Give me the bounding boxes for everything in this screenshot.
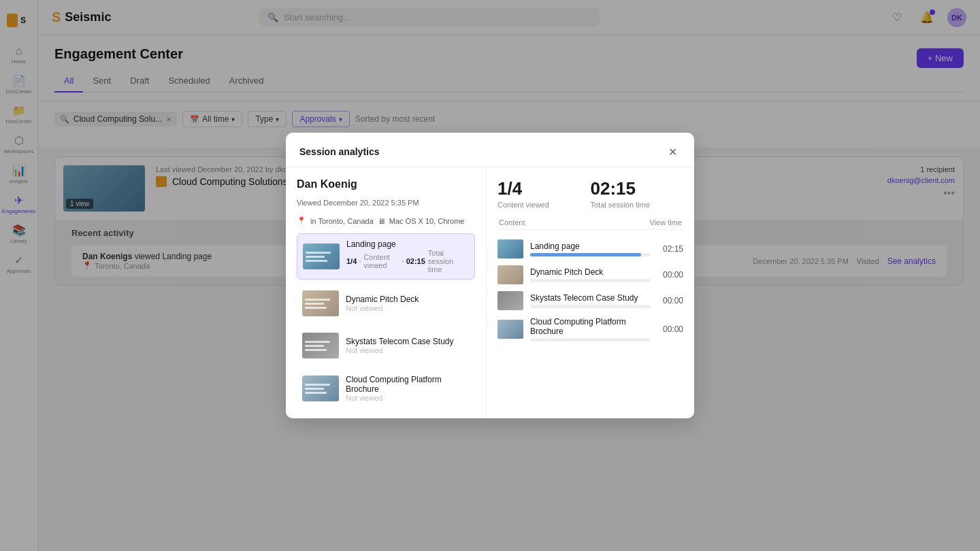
analytics-rows: Landing page 02:15 Dynamic Pitch Deck 00… [497,239,683,341]
stat-content-viewed-label: Content viewed [497,201,591,209]
session-location-device: 📍 in Toronto, Canada 🖥 Mac OS X 10, Chro… [297,216,475,225]
analytics-row-name: Skystats Telecom Case Study [530,293,651,303]
content-item-sub: Not viewed [346,304,470,312]
stats-row: 1/4 Content viewed 02:15 Total session t… [497,178,683,209]
analytics-row-info: Skystats Telecom Case Study [530,293,651,308]
content-not-viewed: Not viewed [346,394,382,402]
analytics-bar [530,253,641,256]
content-item-sub: Not viewed [346,346,470,354]
analytics-row-info: Cloud Computing Platform Brochure [530,317,651,341]
modal-left-panel: Dan Koenig Viewed December 20, 2022 5:35… [286,167,487,418]
content-thumb [302,290,339,316]
stat-session-time: 02:15 Total session time [591,178,684,209]
content-sub-label: Content viewed [363,253,399,269]
content-item-info: Dynamic Pitch Deck Not viewed [346,295,470,312]
session-user-name: Dan Koenig [297,178,475,190]
analytics-view-time: 00:00 [657,324,683,334]
content-not-viewed: Not viewed [346,304,382,312]
content-item-name: Cloud Computing Platform Brochure [346,375,470,394]
content-thumb [303,244,340,269]
analytics-row-info: Dynamic Pitch Deck [530,267,651,282]
content-not-viewed: Not viewed [346,346,382,354]
analytics-thumb [497,291,523,310]
session-analytics-modal: Session analytics ✕ Dan Koenig Viewed De… [286,133,694,418]
modal-right-panel: 1/4 Content viewed 02:15 Total session t… [487,167,694,418]
analytics-row: Dynamic Pitch Deck 00:00 [497,265,683,284]
analytics-row-name: Cloud Computing Platform Brochure [530,317,651,336]
modal-title: Session analytics [299,146,380,157]
session-viewed-date: Viewed December 20, 2022 5:35 PM [297,199,475,207]
content-item-info: Cloud Computing Platform Brochure Not vi… [346,375,470,402]
analytics-row-info: Landing page [530,241,651,256]
analytics-bar-container [530,253,651,256]
view-time-col-header: View time [650,218,682,227]
analytics-table-header: Content View time [497,218,683,230]
stat-session-time-label: Total session time [591,201,684,209]
modal-body: Dan Koenig Viewed December 20, 2022 5:35… [286,167,694,418]
analytics-thumb [497,265,523,284]
content-sub-viewed: 1/4 [346,257,357,265]
stat-session-time-value: 02:15 [591,178,684,199]
monitor-icon: 🖥 [378,217,385,225]
content-list-item[interactable]: Landing page 1/4 Content viewed 02:15 To… [297,233,475,280]
content-item-name: Dynamic Pitch Deck [346,295,470,304]
analytics-row: Skystats Telecom Case Study 00:00 [497,291,683,310]
analytics-bar-container [530,305,651,308]
modal-header: Session analytics ✕ [286,133,694,167]
location-icon-2: 📍 [297,216,306,225]
content-list-item[interactable]: Skystats Telecom Case Study Not viewed [297,327,475,364]
content-item-name: Skystats Telecom Case Study [346,337,470,346]
content-time: 02:15 [406,257,425,265]
analytics-view-time: 00:00 [657,296,683,305]
session-location: in Toronto, Canada [310,217,374,225]
stat-content-viewed-value: 1/4 [497,178,591,199]
analytics-row-name: Dynamic Pitch Deck [530,267,651,277]
content-item-info: Skystats Telecom Case Study Not viewed [346,337,470,354]
analytics-bar-container [530,279,651,282]
content-item-sub: 1/4 Content viewed 02:15 Total session t… [346,249,469,273]
analytics-thumb [497,239,523,258]
analytics-row-name: Landing page [530,241,651,251]
modal-close-button[interactable]: ✕ [664,144,681,160]
analytics-view-time: 02:15 [657,244,683,254]
analytics-row: Cloud Computing Platform Brochure 00:00 [497,317,683,341]
stat-content-viewed: 1/4 Content viewed [497,178,591,209]
content-thumb [302,375,339,401]
content-item-info: Landing page 1/4 Content viewed 02:15 To… [346,239,469,273]
analytics-bar-container [530,338,651,341]
analytics-view-time: 00:00 [657,270,683,280]
modal-overlay[interactable]: Session analytics ✕ Dan Koenig Viewed De… [0,0,980,551]
content-list: Landing page 1/4 Content viewed 02:15 To… [297,233,475,407]
analytics-thumb [497,320,523,339]
content-thumb [302,333,339,358]
analytics-row: Landing page 02:15 [497,239,683,258]
content-col-header: Content [499,218,525,227]
content-list-item[interactable]: Cloud Computing Platform Brochure Not vi… [297,369,475,407]
content-time-label: Total session time [428,249,469,273]
content-list-item[interactable]: Dynamic Pitch Deck Not viewed [297,285,475,322]
session-device: Mac OS X 10, Chrome [389,217,465,225]
content-item-sub: Not viewed [346,394,470,402]
content-item-name: Landing page [346,239,469,249]
